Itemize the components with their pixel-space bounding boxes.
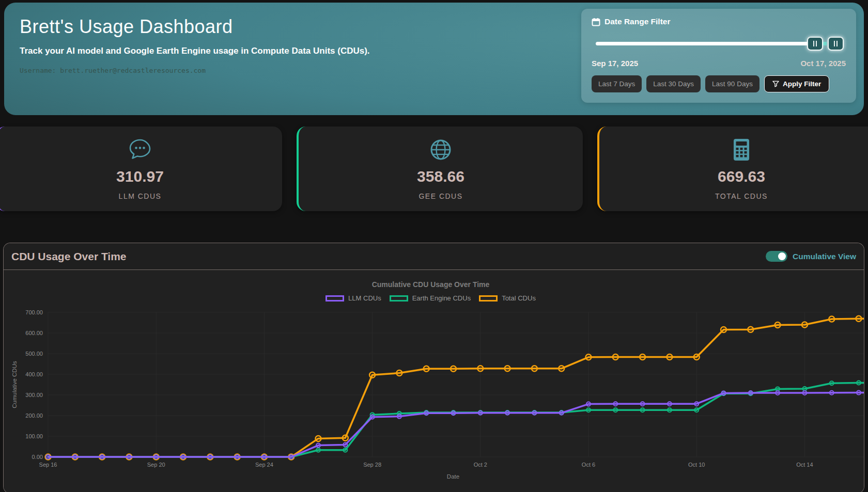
slider-handle-start[interactable] — [807, 37, 823, 51]
calendar-icon — [592, 18, 600, 26]
funnel-icon — [772, 81, 779, 87]
y-tick-label: 100.00 — [25, 433, 43, 439]
cumulative-view-label: Cumulative View — [793, 252, 856, 261]
x-tick-label: Oct 6 — [582, 462, 595, 468]
chart-section-title: CDU Usage Over Time — [11, 250, 127, 263]
earth-engine-cdus-line — [48, 383, 864, 457]
last-7-days-button[interactable]: Last 7 Days — [592, 75, 642, 92]
stat-value-gee: 358.66 — [417, 168, 464, 185]
llm-cdus-line — [48, 393, 864, 457]
chart-legend: LLM CDUs Earth Engine CDUs Total CDUs — [4, 294, 858, 302]
slider-track[interactable] — [596, 42, 814, 45]
stat-card-total: 669.63 TOTAL CDUS — [597, 126, 868, 211]
stat-label-llm: LLM CDUS — [119, 192, 162, 200]
legend-item-llm[interactable]: LLM CDUs — [326, 294, 381, 302]
end-date-label: Oct 17, 2025 — [800, 59, 846, 68]
legend-swatch-gee — [390, 295, 408, 301]
cumulative-toggle-group: Cumulative View — [766, 251, 856, 262]
header-banner: Brett's Usage Dashboard Track your AI mo… — [4, 3, 864, 115]
x-axis-title: Date — [447, 473, 459, 480]
x-tick-label: Oct 14 — [796, 462, 813, 468]
cdu-usage-line-chart[interactable]: 0.00100.00200.00300.00400.00500.00600.00… — [4, 270, 864, 492]
y-tick-label: 600.00 — [25, 330, 43, 336]
chart-area: 0.00100.00200.00300.00400.00500.00600.00… — [4, 270, 864, 492]
stat-card-llm: 310.97 LLM CDUS — [0, 126, 282, 211]
chart-card-header: CDU Usage Over Time Cumulative View — [4, 243, 864, 270]
toggle-knob — [778, 252, 786, 260]
filter-panel-title: Date Range Filter — [605, 17, 670, 26]
x-tick-label: Oct 10 — [688, 462, 705, 468]
x-tick-label: Sep 24 — [255, 462, 273, 468]
date-range-slider[interactable] — [592, 37, 846, 51]
filter-panel-header: Date Range Filter — [592, 17, 846, 26]
stats-row: 310.97 LLM CDUS 358.66 GEE CDUS 669.63 T… — [0, 126, 868, 211]
stat-label-gee: GEE CDUS — [419, 192, 462, 200]
y-tick-label: 0.00 — [32, 454, 43, 460]
x-tick-label: Oct 2 — [474, 462, 487, 468]
y-axis-title: Cumulative CDUs — [11, 361, 18, 408]
x-tick-label: Sep 20 — [147, 462, 165, 468]
globe-icon — [429, 138, 453, 162]
filter-date-labels: Sep 17, 2025 Oct 17, 2025 — [592, 59, 846, 68]
y-tick-label: 300.00 — [25, 392, 43, 398]
x-tick-label: Sep 28 — [363, 462, 381, 468]
slider-handle-end[interactable] — [828, 37, 844, 51]
y-tick-label: 200.00 — [25, 412, 43, 419]
quick-filter-buttons: Last 7 Days Last 30 Days Last 90 Days Ap… — [592, 75, 846, 92]
stat-label-total: TOTAL CDUS — [715, 192, 768, 200]
date-range-filter-panel: Date Range Filter Sep 17, 2025 Oct 17, 2… — [581, 9, 856, 103]
legend-swatch-total — [479, 295, 498, 301]
last-90-days-button[interactable]: Last 90 Days — [705, 75, 760, 92]
legend-item-total[interactable]: Total CDUs — [479, 294, 536, 302]
chat-bubble-icon — [128, 138, 152, 162]
stat-value-llm: 310.97 — [116, 168, 164, 185]
stat-card-gee: 358.66 GEE CDUS — [297, 126, 583, 211]
calculator-icon — [730, 138, 753, 162]
chart-card: CDU Usage Over Time Cumulative View 0.00… — [3, 243, 864, 492]
cumulative-view-toggle[interactable] — [766, 251, 787, 262]
stat-value-total: 669.63 — [718, 168, 765, 185]
apply-filter-button[interactable]: Apply Filter — [764, 75, 829, 92]
x-tick-label: Sep 16 — [39, 462, 57, 468]
y-tick-label: 400.00 — [25, 371, 43, 377]
y-tick-label: 500.00 — [25, 351, 43, 357]
legend-item-gee[interactable]: Earth Engine CDUs — [390, 294, 471, 302]
chart-title: Cumulative CDU Usage Over Time — [4, 280, 858, 289]
y-tick-label: 700.00 — [25, 309, 43, 315]
last-30-days-button[interactable]: Last 30 Days — [646, 75, 701, 92]
legend-swatch-llm — [326, 295, 344, 301]
start-date-label: Sep 17, 2025 — [592, 59, 638, 68]
